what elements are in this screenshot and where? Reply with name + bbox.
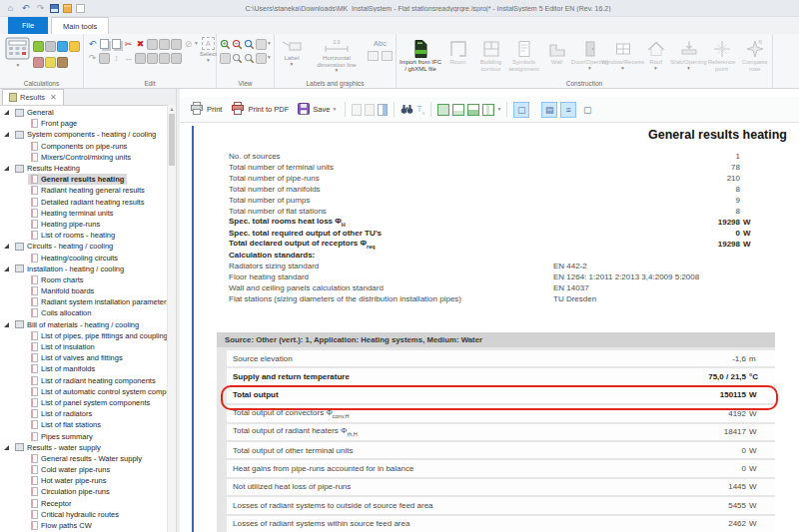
tree-item[interactable]: Detailed radiant heating results bbox=[0, 197, 168, 208]
tree-item[interactable]: Heating terminal units bbox=[0, 208, 168, 219]
expand-arrow-icon[interactable] bbox=[4, 132, 9, 137]
tree-item[interactable]: Flow paths CW bbox=[0, 520, 168, 531]
expand-arrow-icon[interactable] bbox=[4, 322, 9, 327]
tree-item[interactable]: List of valves and fittings bbox=[0, 352, 168, 363]
plain-view-toggle[interactable]: ▢ bbox=[579, 102, 595, 118]
tree-item[interactable]: Critical hydraulic routes bbox=[0, 509, 168, 520]
tree-item[interactable]: Results - water supply bbox=[0, 442, 168, 453]
roof-dropdown-icon[interactable]: ▾ bbox=[654, 66, 657, 72]
bill-of-materials-icon[interactable] bbox=[57, 56, 68, 68]
cut-icon[interactable]: ✂ bbox=[123, 38, 134, 50]
tree-item[interactable]: List of pipes, pipe fittings and couplin… bbox=[0, 330, 168, 341]
report-style-page-icon[interactable] bbox=[452, 104, 464, 116]
scale-icon[interactable] bbox=[135, 52, 146, 64]
diagnostics-icon[interactable] bbox=[33, 56, 44, 68]
fit-width-toggle[interactable]: ▢ bbox=[513, 102, 529, 118]
anchor-icon[interactable] bbox=[159, 38, 170, 50]
door-opening-dropdown-icon[interactable]: ▾ bbox=[588, 66, 591, 72]
tree-item[interactable]: General results - Water supply bbox=[0, 453, 168, 464]
save-icon[interactable] bbox=[50, 4, 59, 13]
search-binoculars-icon[interactable] bbox=[400, 103, 413, 117]
redo-icon[interactable]: ↷ bbox=[87, 52, 98, 64]
tree-item[interactable]: Receptor bbox=[0, 498, 168, 509]
tree-item[interactable]: List of automatic control system compo bbox=[0, 386, 168, 397]
select-button[interactable]: A Select ▾ bbox=[198, 37, 219, 65]
scroll-up-icon[interactable]: ▲ bbox=[168, 105, 176, 113]
slab-opening-dropdown-icon[interactable]: ▾ bbox=[687, 66, 690, 72]
tree-item[interactable]: List of panel system components bbox=[0, 397, 168, 408]
tree-item[interactable]: Pipes summary bbox=[0, 430, 168, 441]
previous-view-icon[interactable] bbox=[256, 38, 267, 50]
group-icon[interactable] bbox=[171, 38, 182, 50]
tree-item[interactable]: Components on pipe-runs bbox=[0, 141, 168, 152]
columns-icon[interactable] bbox=[171, 52, 182, 64]
tab-file[interactable]: File bbox=[8, 17, 48, 34]
zoom-in-icon[interactable]: + bbox=[220, 38, 231, 50]
tree-scrollbar[interactable]: ▲ bbox=[167, 105, 176, 532]
report-style-summary-icon[interactable] bbox=[467, 104, 479, 116]
text-abc-icon[interactable]: Abc bbox=[374, 39, 387, 48]
print-button[interactable]: Print bbox=[187, 100, 225, 119]
paste-icon[interactable] bbox=[111, 38, 122, 50]
open-folder-icon[interactable] bbox=[63, 4, 72, 13]
connection-check-icon[interactable] bbox=[45, 56, 56, 68]
report-style-dropdown-icon[interactable]: ▾ bbox=[497, 107, 500, 113]
align-icon[interactable] bbox=[147, 38, 158, 50]
page-view-toggle[interactable]: ▤ bbox=[541, 102, 557, 118]
pointer-graphic-icon[interactable] bbox=[382, 51, 393, 61]
calculations-dropdown-icon[interactable]: ▾ bbox=[17, 63, 20, 69]
tree-item[interactable]: List of rooms - heating bbox=[0, 230, 168, 241]
tree-item[interactable]: System components - heating / cooling bbox=[0, 129, 168, 140]
pages-icon[interactable] bbox=[99, 52, 110, 64]
tree-item[interactable]: Circuits - heating / cooling bbox=[0, 241, 168, 252]
report-style-grid-icon[interactable] bbox=[482, 104, 494, 116]
trim-icon[interactable] bbox=[147, 52, 158, 64]
calculations-button[interactable]: ▾ bbox=[3, 37, 33, 69]
tree-item[interactable]: Radiant heating general results bbox=[0, 185, 168, 196]
tree-item[interactable]: List of insulation bbox=[0, 341, 168, 352]
auto-off-icon[interactable]: ⊘ bbox=[183, 38, 194, 50]
row-dropdown-icon[interactable]: ▾ bbox=[268, 41, 271, 47]
tree-item[interactable]: Front page bbox=[0, 118, 168, 129]
print-to-pdf-button[interactable]: Print to PDF bbox=[228, 100, 292, 119]
import-ifc-button[interactable]: Import from IFC / gbXML file bbox=[400, 37, 441, 73]
home-icon[interactable]: ⌂ bbox=[5, 3, 16, 14]
expand-arrow-icon[interactable] bbox=[4, 244, 9, 249]
horizontal-dimension-line-button[interactable]: 2.0 Horizontal dimension line ▾ bbox=[306, 37, 368, 74]
tree-item[interactable]: List of radiators bbox=[0, 408, 168, 419]
copy-icon[interactable] bbox=[99, 38, 110, 50]
save-button[interactable]: Save ▾ bbox=[295, 101, 339, 119]
tree-item[interactable]: Coils allocation bbox=[0, 307, 168, 318]
table-graphic-icon[interactable] bbox=[368, 51, 379, 61]
flip-vertical-icon[interactable]: ↕ bbox=[111, 52, 122, 64]
window-recess-dropdown-icon[interactable]: ▾ bbox=[621, 66, 624, 72]
cooling-calculation-icon[interactable] bbox=[57, 40, 68, 52]
undo-icon[interactable]: ↶ bbox=[20, 3, 31, 14]
tree-item[interactable]: List of flat stations bbox=[0, 419, 168, 430]
zoom-window-icon[interactable] bbox=[244, 38, 255, 50]
expand-arrow-icon[interactable] bbox=[4, 445, 9, 450]
tree-item[interactable]: List of radiant heating components bbox=[0, 375, 168, 386]
delete-icon[interactable]: ✖ bbox=[135, 38, 146, 50]
list-view-toggle[interactable]: ≡ bbox=[560, 102, 576, 118]
pan-icon[interactable] bbox=[220, 52, 231, 64]
close-icon[interactable]: ✕ bbox=[50, 93, 57, 102]
table-columns-icon[interactable] bbox=[378, 104, 388, 116]
scrollbar-thumb[interactable] bbox=[169, 114, 175, 166]
zoom-out-icon[interactable]: − bbox=[232, 38, 243, 50]
tree-item[interactable]: Cold water pipe-runs bbox=[0, 464, 168, 475]
tree-item[interactable]: General results heating bbox=[0, 174, 168, 185]
viewports-icon[interactable] bbox=[256, 52, 267, 64]
save-dropdown-icon[interactable]: ▾ bbox=[333, 107, 336, 113]
expand-arrow-icon[interactable] bbox=[4, 166, 9, 171]
tree-item[interactable]: Manifold boards bbox=[0, 285, 168, 296]
new-document-icon[interactable] bbox=[76, 4, 85, 13]
zoom-all-icon[interactable] bbox=[244, 52, 255, 64]
water-calculation-icon[interactable] bbox=[69, 40, 80, 52]
tree-item[interactable]: Hot water pipe-runs bbox=[0, 475, 168, 486]
label-button[interactable]: Label ▾ bbox=[278, 37, 306, 67]
table-icon[interactable] bbox=[159, 52, 170, 64]
flip-horizontal-icon[interactable]: ↔ bbox=[123, 52, 134, 64]
tree-item[interactable]: Heating pipe-runs bbox=[0, 219, 168, 230]
tree-item[interactable]: Radiant system installation parameters bbox=[0, 296, 168, 307]
